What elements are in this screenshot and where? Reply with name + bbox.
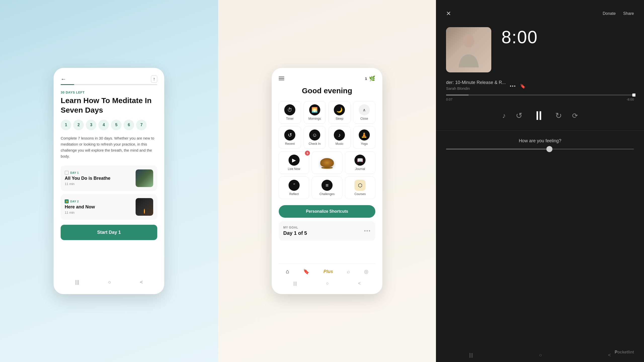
live-now-icon: ▶ [289, 155, 300, 166]
nav-home-icon: ○ [108, 279, 111, 285]
lesson-1-checkbox[interactable] [65, 171, 69, 175]
day-pill-6[interactable]: 6 [124, 120, 134, 130]
shortcut-recent[interactable]: ↺ Recent [279, 126, 301, 149]
days-left-badge: 30 DAYS LEFT [61, 90, 157, 94]
shortcut-close[interactable]: ∧ Close [353, 101, 376, 124]
bottom-nav-search[interactable]: ⌕ [347, 269, 350, 275]
shortcut-courses[interactable]: ⬡ Courses [345, 176, 375, 199]
bottom-nav-bookmarks[interactable]: 🔖 [303, 268, 309, 275]
shortcut-sleep[interactable]: 🌙 Sleep [328, 101, 351, 124]
speaker-photo [446, 27, 491, 72]
lesson-1-duration: 11 min [65, 182, 136, 186]
hamburger-menu[interactable] [279, 77, 284, 80]
track-bookmark-button[interactable]: 🔖 [520, 83, 526, 89]
shortcut-reflect[interactable]: " Reflect [279, 176, 309, 199]
candle-flame [144, 209, 145, 214]
hamburger-line-2 [279, 78, 284, 79]
notification-count: 1 [365, 76, 367, 81]
lesson-card-1[interactable]: DAY 1 All You Do is Breathe 11 min [61, 165, 157, 191]
music-label: Music [336, 142, 343, 146]
feeling-slider[interactable] [446, 149, 634, 150]
day-pill-7[interactable]: 7 [136, 120, 147, 130]
track-actions: ••• 🔖 [510, 83, 526, 89]
feeling-section: How are you feeling? [436, 130, 644, 157]
day-pill-4[interactable]: 4 [98, 120, 109, 130]
shortcut-music[interactable]: ♪ Music [328, 126, 351, 149]
courses-icon: ⬡ [354, 180, 366, 191]
lesson-1-day: DAY 1 [65, 171, 136, 175]
svg-point-0 [463, 34, 474, 48]
progress-remaining: -8:00 [626, 98, 634, 101]
notification-badge[interactable]: 1 🌿 [365, 75, 375, 81]
reflect-icon: " [289, 180, 300, 191]
day-pills-container: 1 2 3 4 5 6 7 [61, 120, 157, 130]
lesson-card-2[interactable]: 🔒 DAY 2 Here and Now 11 min [61, 194, 157, 220]
rewind-button[interactable]: ↺ [516, 111, 522, 120]
bottom-nav-plus[interactable]: Plus [324, 269, 333, 274]
repeat-button[interactable]: ⟳ [572, 112, 578, 120]
lesson-1-thumb-image [136, 169, 153, 187]
course-description: Complete 7 lessons in 30 days. Whether y… [61, 135, 157, 159]
day-pill-5[interactable]: 5 [111, 120, 122, 130]
player-controls: ♪ ↺ ⏸ ↻ ⟳ [436, 103, 644, 128]
mornings-label: Mornings [308, 117, 321, 120]
shortcut-timer[interactable]: ⏱ Timer [279, 101, 301, 124]
shortcut-mornings[interactable]: 🌅 Mornings [304, 101, 326, 124]
shortcuts-row1: ⏱ Timer 🌅 Mornings 🌙 Sleep ∧ Close [279, 101, 375, 124]
notes-button[interactable]: ♪ [502, 112, 506, 120]
track-more-button[interactable]: ••• [510, 84, 516, 89]
shortcuts-row3: ▶ 5 Live Now 📖 Journal [279, 151, 375, 174]
back-button[interactable]: ← [61, 76, 66, 82]
lesson-2-title: Here and Now [65, 204, 136, 210]
day-pill-3[interactable]: 3 [86, 120, 96, 130]
day-pill-2[interactable]: 2 [73, 120, 84, 130]
feeling-slider-thumb[interactable] [546, 146, 552, 152]
bottom-nav-globe[interactable]: ◎ [364, 268, 368, 275]
leaf-icon: 🌿 [369, 75, 375, 81]
shortcut-yoga[interactable]: 🧘 Yoga [353, 126, 376, 149]
start-day1-button[interactable]: Start Day 1 [61, 225, 157, 240]
phone2-header: 1 🌿 [279, 75, 375, 81]
progress-current: 0:07 [446, 98, 452, 101]
personalize-shortcuts-button[interactable]: Personalize Shortcuts [279, 205, 375, 218]
recent-icon: ↺ [284, 129, 295, 141]
shortcut-checkin[interactable]: ☺ Check In [304, 126, 326, 149]
pause-button[interactable]: ⏸ [533, 108, 545, 123]
phone2-system-nav: ||| ○ < [279, 277, 375, 287]
goal-info: MY GOAL Day 1 of 5 [283, 226, 307, 236]
bottom-nav-home[interactable]: ⌂ [286, 268, 289, 275]
player-close-button[interactable]: ✕ [446, 10, 451, 17]
share-button[interactable]: ↑ [151, 75, 157, 83]
share-button[interactable]: Share [623, 11, 634, 16]
nav-back-icon: < [140, 279, 143, 285]
shortcut-journal[interactable]: 📖 Journal [345, 151, 375, 174]
lesson-1-thumbnail [136, 169, 153, 187]
phone-screen-3: ✕ Donate Share 8:00 [436, 0, 644, 362]
lesson-2-thumb-image [136, 198, 153, 216]
shortcut-live-now[interactable]: ▶ 5 Live Now [279, 151, 309, 174]
checkin-icon: ☺ [309, 129, 320, 141]
progress-track[interactable] [446, 95, 634, 96]
challenges-label: Challenges [319, 192, 335, 196]
progress-fill [446, 95, 469, 96]
shortcut-challenges[interactable]: ≡ Challenges [312, 176, 342, 199]
pocketlint-watermark: Pocketlint [615, 350, 634, 354]
panel-2: 1 🌿 Good evening ⏱ Timer 🌅 Mornings 🌙 Sl… [218, 0, 436, 362]
shortcuts-row4: " Reflect ≡ Challenges ⬡ Courses [279, 176, 375, 199]
track-title-text: der: 10-Minute Release & R... [446, 80, 506, 85]
player-thumbnail [446, 27, 491, 72]
goal-more-button[interactable]: ••• [364, 228, 371, 234]
close-label: Close [360, 117, 368, 120]
day-pill-1[interactable]: 1 [61, 120, 71, 130]
player-track-info: der: 10-Minute Release & R... Sarah Blon… [436, 77, 644, 90]
shortcut-bowl[interactable] [312, 151, 342, 174]
close-shortcuts-icon: ∧ [359, 104, 370, 115]
challenges-icon: ≡ [321, 180, 333, 191]
lesson-2-lock-icon: 🔒 [65, 199, 69, 203]
phone-screen-1: ← ↑ 30 DAYS LEFT Learn How To Meditate I… [54, 68, 164, 294]
forward-button[interactable]: ↻ [555, 111, 562, 120]
phone3-nav-menu: ||| [469, 352, 473, 358]
donate-button[interactable]: Donate [603, 11, 616, 16]
lesson-1-title: All You Do is Breathe [65, 176, 136, 181]
course-progress-bar [61, 84, 157, 85]
